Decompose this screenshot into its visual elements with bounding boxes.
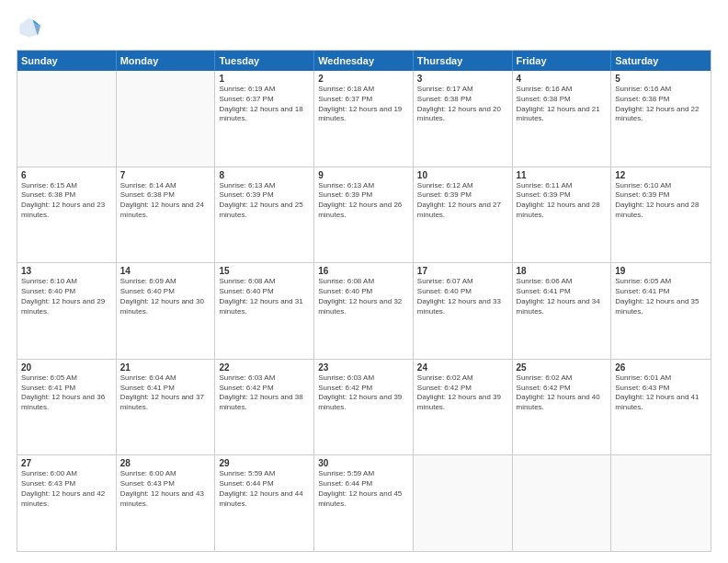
cell-info: Sunrise: 6:03 AM Sunset: 6:42 PM Dayligh… (219, 373, 310, 413)
day-number: 10 (417, 170, 508, 180)
day-cell-7: 7Sunrise: 6:14 AM Sunset: 6:38 PM Daylig… (117, 167, 216, 263)
cell-info: Sunrise: 6:03 AM Sunset: 6:42 PM Dayligh… (318, 373, 409, 413)
calendar-row-3: 20Sunrise: 6:05 AM Sunset: 6:41 PM Dayli… (17, 359, 711, 455)
cell-info: Sunrise: 6:07 AM Sunset: 6:40 PM Dayligh… (417, 277, 508, 316)
day-number: 7 (120, 170, 211, 180)
day-cell-8: 8Sunrise: 6:13 AM Sunset: 6:39 PM Daylig… (215, 167, 314, 263)
empty-cell (414, 455, 513, 551)
cell-info: Sunrise: 6:11 AM Sunset: 6:39 PM Dayligh… (517, 181, 608, 221)
cell-info: Sunrise: 6:05 AM Sunset: 6:41 PM Dayligh… (615, 277, 707, 316)
cell-info: Sunrise: 5:59 AM Sunset: 6:44 PM Dayligh… (219, 469, 310, 509)
day-cell-13: 13Sunrise: 6:10 AM Sunset: 6:40 PM Dayli… (17, 263, 117, 359)
cell-info: Sunrise: 6:02 AM Sunset: 6:42 PM Dayligh… (517, 373, 608, 413)
day-cell-14: 14Sunrise: 6:09 AM Sunset: 6:40 PM Dayli… (117, 263, 216, 359)
day-number: 11 (517, 170, 608, 180)
cell-info: Sunrise: 6:13 AM Sunset: 6:39 PM Dayligh… (219, 181, 310, 221)
day-cell-25: 25Sunrise: 6:02 AM Sunset: 6:42 PM Dayli… (513, 360, 612, 455)
header-wednesday: Wednesday (314, 51, 414, 71)
day-cell-27: 27Sunrise: 6:00 AM Sunset: 6:43 PM Dayli… (17, 455, 117, 551)
day-number: 15 (219, 266, 310, 276)
day-cell-30: 30Sunrise: 5:59 AM Sunset: 6:44 PM Dayli… (314, 455, 414, 551)
cell-info: Sunrise: 6:16 AM Sunset: 6:38 PM Dayligh… (615, 85, 707, 124)
calendar: SundayMondayTuesdayWednesdayThursdayFrid… (17, 50, 711, 552)
day-cell-5: 5Sunrise: 6:16 AM Sunset: 6:38 PM Daylig… (611, 71, 711, 167)
cell-info: Sunrise: 6:18 AM Sunset: 6:37 PM Dayligh… (318, 85, 409, 124)
cell-info: Sunrise: 6:12 AM Sunset: 6:39 PM Dayligh… (417, 181, 508, 221)
empty-cell (611, 455, 711, 551)
day-cell-17: 17Sunrise: 6:07 AM Sunset: 6:40 PM Dayli… (414, 263, 513, 359)
empty-cell (117, 71, 216, 167)
cell-info: Sunrise: 6:17 AM Sunset: 6:38 PM Dayligh… (417, 85, 508, 124)
day-number: 27 (21, 458, 112, 468)
cell-info: Sunrise: 5:59 AM Sunset: 6:44 PM Dayligh… (318, 469, 409, 509)
day-cell-23: 23Sunrise: 6:03 AM Sunset: 6:42 PM Dayli… (314, 360, 414, 455)
day-number: 17 (417, 266, 508, 276)
day-cell-26: 26Sunrise: 6:01 AM Sunset: 6:43 PM Dayli… (611, 360, 711, 455)
cell-info: Sunrise: 6:08 AM Sunset: 6:40 PM Dayligh… (318, 277, 409, 316)
cell-info: Sunrise: 6:06 AM Sunset: 6:41 PM Dayligh… (517, 277, 608, 316)
day-number: 25 (517, 362, 608, 373)
day-number: 13 (21, 266, 112, 276)
day-number: 29 (219, 458, 310, 468)
day-cell-19: 19Sunrise: 6:05 AM Sunset: 6:41 PM Dayli… (611, 263, 711, 359)
day-number: 6 (21, 170, 112, 180)
day-cell-1: 1Sunrise: 6:19 AM Sunset: 6:37 PM Daylig… (215, 71, 314, 167)
day-number: 14 (120, 266, 211, 276)
cell-info: Sunrise: 6:05 AM Sunset: 6:41 PM Dayligh… (21, 373, 112, 413)
day-cell-11: 11Sunrise: 6:11 AM Sunset: 6:39 PM Dayli… (513, 167, 612, 263)
day-number: 26 (615, 362, 707, 373)
cell-info: Sunrise: 6:01 AM Sunset: 6:43 PM Dayligh… (615, 373, 707, 413)
calendar-body: 1Sunrise: 6:19 AM Sunset: 6:37 PM Daylig… (17, 71, 711, 551)
day-number: 4 (517, 74, 608, 84)
header-monday: Monday (117, 51, 216, 71)
logo (17, 15, 46, 40)
cell-info: Sunrise: 6:16 AM Sunset: 6:38 PM Dayligh… (517, 85, 608, 124)
day-number: 19 (615, 266, 707, 276)
page: SundayMondayTuesdayWednesdayThursdayFrid… (0, 0, 728, 563)
day-cell-12: 12Sunrise: 6:10 AM Sunset: 6:39 PM Dayli… (611, 167, 711, 263)
calendar-row-2: 13Sunrise: 6:10 AM Sunset: 6:40 PM Dayli… (17, 262, 711, 359)
day-number: 2 (318, 74, 409, 84)
cell-info: Sunrise: 6:04 AM Sunset: 6:41 PM Dayligh… (120, 373, 211, 413)
day-cell-18: 18Sunrise: 6:06 AM Sunset: 6:41 PM Dayli… (513, 263, 612, 359)
cell-info: Sunrise: 6:19 AM Sunset: 6:37 PM Dayligh… (219, 85, 310, 124)
day-cell-16: 16Sunrise: 6:08 AM Sunset: 6:40 PM Dayli… (314, 263, 414, 359)
day-cell-10: 10Sunrise: 6:12 AM Sunset: 6:39 PM Dayli… (414, 167, 513, 263)
cell-info: Sunrise: 6:00 AM Sunset: 6:43 PM Dayligh… (21, 469, 112, 509)
day-number: 5 (615, 74, 707, 84)
cell-info: Sunrise: 6:08 AM Sunset: 6:40 PM Dayligh… (219, 277, 310, 316)
header-sunday: Sunday (17, 51, 117, 71)
day-cell-3: 3Sunrise: 6:17 AM Sunset: 6:38 PM Daylig… (414, 71, 513, 167)
day-number: 18 (517, 266, 608, 276)
day-cell-2: 2Sunrise: 6:18 AM Sunset: 6:37 PM Daylig… (314, 71, 414, 167)
day-number: 16 (318, 266, 409, 276)
day-number: 30 (318, 458, 409, 468)
day-number: 20 (21, 362, 112, 373)
empty-cell (513, 455, 612, 551)
day-cell-4: 4Sunrise: 6:16 AM Sunset: 6:38 PM Daylig… (513, 71, 612, 167)
header-saturday: Saturday (611, 51, 711, 71)
day-number: 12 (615, 170, 707, 180)
header-friday: Friday (513, 51, 612, 71)
cell-info: Sunrise: 6:09 AM Sunset: 6:40 PM Dayligh… (120, 277, 211, 316)
day-number: 3 (417, 74, 508, 84)
day-number: 24 (417, 362, 508, 373)
day-cell-28: 28Sunrise: 6:00 AM Sunset: 6:43 PM Dayli… (117, 455, 216, 551)
cell-info: Sunrise: 6:10 AM Sunset: 6:39 PM Dayligh… (615, 181, 707, 221)
header-tuesday: Tuesday (215, 51, 314, 71)
day-cell-6: 6Sunrise: 6:15 AM Sunset: 6:38 PM Daylig… (17, 167, 117, 263)
day-number: 22 (219, 362, 310, 373)
cell-info: Sunrise: 6:00 AM Sunset: 6:43 PM Dayligh… (120, 469, 211, 509)
calendar-row-1: 6Sunrise: 6:15 AM Sunset: 6:38 PM Daylig… (17, 167, 711, 263)
day-cell-22: 22Sunrise: 6:03 AM Sunset: 6:42 PM Dayli… (215, 360, 314, 455)
day-number: 8 (219, 170, 310, 180)
day-cell-29: 29Sunrise: 5:59 AM Sunset: 6:44 PM Dayli… (215, 455, 314, 551)
cell-info: Sunrise: 6:02 AM Sunset: 6:42 PM Dayligh… (417, 373, 508, 413)
day-number: 1 (219, 74, 310, 84)
day-cell-20: 20Sunrise: 6:05 AM Sunset: 6:41 PM Dayli… (17, 360, 117, 455)
day-number: 9 (318, 170, 409, 180)
day-cell-15: 15Sunrise: 6:08 AM Sunset: 6:40 PM Dayli… (215, 263, 314, 359)
day-cell-9: 9Sunrise: 6:13 AM Sunset: 6:39 PM Daylig… (314, 167, 414, 263)
calendar-row-4: 27Sunrise: 6:00 AM Sunset: 6:43 PM Dayli… (17, 454, 711, 551)
header (17, 15, 711, 40)
